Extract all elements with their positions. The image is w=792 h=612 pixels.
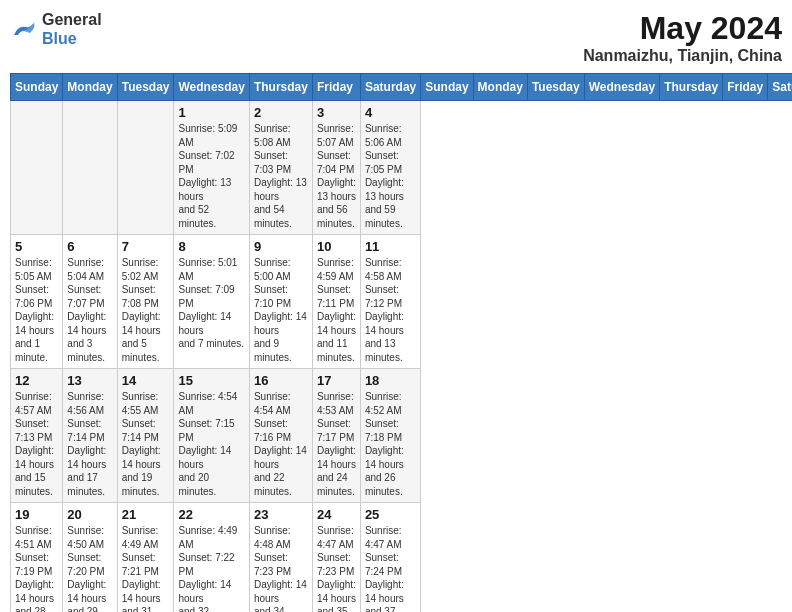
calendar-day-3: 3Sunrise: 5:07 AM Sunset: 7:04 PM Daylig…: [312, 101, 360, 235]
day-info: Sunrise: 5:09 AM Sunset: 7:02 PM Dayligh…: [178, 122, 244, 230]
day-info: Sunrise: 5:02 AM Sunset: 7:08 PM Dayligh…: [122, 256, 170, 364]
day-number: 13: [67, 373, 112, 388]
header-monday: Monday: [63, 74, 117, 101]
logo: General Blue: [10, 10, 102, 48]
col-header-monday: Monday: [473, 74, 527, 101]
calendar-header-row: SundayMondayTuesdayWednesdayThursdayFrid…: [11, 74, 793, 101]
day-info: Sunrise: 4:51 AM Sunset: 7:19 PM Dayligh…: [15, 524, 58, 612]
day-number: 15: [178, 373, 244, 388]
day-info: Sunrise: 4:59 AM Sunset: 7:11 PM Dayligh…: [317, 256, 356, 364]
calendar-day-2: 2Sunrise: 5:08 AM Sunset: 7:03 PM Daylig…: [249, 101, 312, 235]
day-number: 21: [122, 507, 170, 522]
calendar-table: SundayMondayTuesdayWednesdayThursdayFrid…: [10, 73, 792, 612]
calendar-day-4: 4Sunrise: 5:06 AM Sunset: 7:05 PM Daylig…: [360, 101, 420, 235]
empty-cell: [11, 101, 63, 235]
day-number: 4: [365, 105, 416, 120]
day-number: 8: [178, 239, 244, 254]
logo-icon: [10, 17, 38, 41]
day-info: Sunrise: 5:04 AM Sunset: 7:07 PM Dayligh…: [67, 256, 112, 364]
calendar-day-17: 17Sunrise: 4:53 AM Sunset: 7:17 PM Dayli…: [312, 369, 360, 503]
day-number: 14: [122, 373, 170, 388]
calendar-day-21: 21Sunrise: 4:49 AM Sunset: 7:21 PM Dayli…: [117, 503, 174, 613]
day-number: 17: [317, 373, 356, 388]
day-number: 7: [122, 239, 170, 254]
day-number: 20: [67, 507, 112, 522]
day-number: 25: [365, 507, 416, 522]
col-header-wednesday: Wednesday: [584, 74, 659, 101]
day-info: Sunrise: 4:56 AM Sunset: 7:14 PM Dayligh…: [67, 390, 112, 498]
calendar-day-9: 9Sunrise: 5:00 AM Sunset: 7:10 PM Daylig…: [249, 235, 312, 369]
col-header-sunday: Sunday: [421, 74, 473, 101]
day-info: Sunrise: 5:00 AM Sunset: 7:10 PM Dayligh…: [254, 256, 308, 364]
month-year-title: May 2024: [583, 10, 782, 47]
day-number: 23: [254, 507, 308, 522]
calendar-day-13: 13Sunrise: 4:56 AM Sunset: 7:14 PM Dayli…: [63, 369, 117, 503]
page-header: General Blue May 2024 Nanmaizhu, Tianjin…: [10, 10, 782, 65]
day-number: 3: [317, 105, 356, 120]
calendar-day-18: 18Sunrise: 4:52 AM Sunset: 7:18 PM Dayli…: [360, 369, 420, 503]
day-number: 19: [15, 507, 58, 522]
day-info: Sunrise: 5:01 AM Sunset: 7:09 PM Dayligh…: [178, 256, 244, 351]
day-number: 11: [365, 239, 416, 254]
day-info: Sunrise: 4:47 AM Sunset: 7:23 PM Dayligh…: [317, 524, 356, 612]
col-header-saturday: Saturday: [768, 74, 792, 101]
header-sunday: Sunday: [11, 74, 63, 101]
day-info: Sunrise: 4:47 AM Sunset: 7:24 PM Dayligh…: [365, 524, 416, 612]
day-info: Sunrise: 5:08 AM Sunset: 7:03 PM Dayligh…: [254, 122, 308, 230]
calendar-day-24: 24Sunrise: 4:47 AM Sunset: 7:23 PM Dayli…: [312, 503, 360, 613]
empty-cell: [117, 101, 174, 235]
calendar-day-20: 20Sunrise: 4:50 AM Sunset: 7:20 PM Dayli…: [63, 503, 117, 613]
calendar-week-4: 19Sunrise: 4:51 AM Sunset: 7:19 PM Dayli…: [11, 503, 793, 613]
calendar-day-8: 8Sunrise: 5:01 AM Sunset: 7:09 PM Daylig…: [174, 235, 249, 369]
day-info: Sunrise: 4:58 AM Sunset: 7:12 PM Dayligh…: [365, 256, 416, 364]
calendar-day-10: 10Sunrise: 4:59 AM Sunset: 7:11 PM Dayli…: [312, 235, 360, 369]
empty-cell: [63, 101, 117, 235]
day-info: Sunrise: 4:54 AM Sunset: 7:15 PM Dayligh…: [178, 390, 244, 498]
calendar-week-3: 12Sunrise: 4:57 AM Sunset: 7:13 PM Dayli…: [11, 369, 793, 503]
calendar-day-16: 16Sunrise: 4:54 AM Sunset: 7:16 PM Dayli…: [249, 369, 312, 503]
calendar-day-22: 22Sunrise: 4:49 AM Sunset: 7:22 PM Dayli…: [174, 503, 249, 613]
logo-text: General Blue: [42, 10, 102, 48]
header-tuesday: Tuesday: [117, 74, 174, 101]
calendar-week-1: 1Sunrise: 5:09 AM Sunset: 7:02 PM Daylig…: [11, 101, 793, 235]
day-number: 12: [15, 373, 58, 388]
col-header-friday: Friday: [723, 74, 768, 101]
day-number: 6: [67, 239, 112, 254]
calendar-day-23: 23Sunrise: 4:48 AM Sunset: 7:23 PM Dayli…: [249, 503, 312, 613]
day-info: Sunrise: 5:05 AM Sunset: 7:06 PM Dayligh…: [15, 256, 58, 364]
calendar-day-14: 14Sunrise: 4:55 AM Sunset: 7:14 PM Dayli…: [117, 369, 174, 503]
day-info: Sunrise: 4:50 AM Sunset: 7:20 PM Dayligh…: [67, 524, 112, 612]
day-info: Sunrise: 4:53 AM Sunset: 7:17 PM Dayligh…: [317, 390, 356, 498]
day-info: Sunrise: 4:49 AM Sunset: 7:21 PM Dayligh…: [122, 524, 170, 612]
day-number: 10: [317, 239, 356, 254]
calendar-day-7: 7Sunrise: 5:02 AM Sunset: 7:08 PM Daylig…: [117, 235, 174, 369]
day-number: 2: [254, 105, 308, 120]
calendar-day-5: 5Sunrise: 5:05 AM Sunset: 7:06 PM Daylig…: [11, 235, 63, 369]
day-number: 5: [15, 239, 58, 254]
header-friday: Friday: [312, 74, 360, 101]
location-subtitle: Nanmaizhu, Tianjin, China: [583, 47, 782, 65]
title-block: May 2024 Nanmaizhu, Tianjin, China: [583, 10, 782, 65]
calendar-day-15: 15Sunrise: 4:54 AM Sunset: 7:15 PM Dayli…: [174, 369, 249, 503]
day-number: 16: [254, 373, 308, 388]
calendar-day-25: 25Sunrise: 4:47 AM Sunset: 7:24 PM Dayli…: [360, 503, 420, 613]
day-number: 24: [317, 507, 356, 522]
day-info: Sunrise: 5:07 AM Sunset: 7:04 PM Dayligh…: [317, 122, 356, 230]
day-number: 9: [254, 239, 308, 254]
calendar-week-2: 5Sunrise: 5:05 AM Sunset: 7:06 PM Daylig…: [11, 235, 793, 369]
calendar-day-19: 19Sunrise: 4:51 AM Sunset: 7:19 PM Dayli…: [11, 503, 63, 613]
calendar-day-12: 12Sunrise: 4:57 AM Sunset: 7:13 PM Dayli…: [11, 369, 63, 503]
day-info: Sunrise: 4:49 AM Sunset: 7:22 PM Dayligh…: [178, 524, 244, 612]
day-info: Sunrise: 4:48 AM Sunset: 7:23 PM Dayligh…: [254, 524, 308, 612]
day-info: Sunrise: 4:54 AM Sunset: 7:16 PM Dayligh…: [254, 390, 308, 498]
day-info: Sunrise: 4:55 AM Sunset: 7:14 PM Dayligh…: [122, 390, 170, 498]
calendar-day-6: 6Sunrise: 5:04 AM Sunset: 7:07 PM Daylig…: [63, 235, 117, 369]
header-thursday: Thursday: [249, 74, 312, 101]
header-saturday: Saturday: [360, 74, 420, 101]
col-header-tuesday: Tuesday: [527, 74, 584, 101]
calendar-day-1: 1Sunrise: 5:09 AM Sunset: 7:02 PM Daylig…: [174, 101, 249, 235]
col-header-thursday: Thursday: [660, 74, 723, 101]
calendar-day-11: 11Sunrise: 4:58 AM Sunset: 7:12 PM Dayli…: [360, 235, 420, 369]
header-wednesday: Wednesday: [174, 74, 249, 101]
day-number: 22: [178, 507, 244, 522]
